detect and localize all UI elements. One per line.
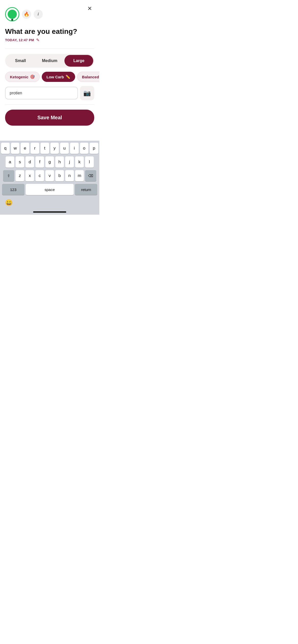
- key-o[interactable]: o: [80, 143, 89, 154]
- search-input[interactable]: [10, 91, 73, 95]
- key-m[interactable]: m: [75, 170, 84, 181]
- keyboard: q w e r t y u i o p a s d f g h j k l ⇧ …: [0, 141, 99, 215]
- screen: ✕ 🔥 i What are you eating? TODAY, 12:47 …: [0, 0, 99, 215]
- key-b[interactable]: b: [55, 170, 64, 181]
- keto-icon: 🎯: [30, 75, 35, 79]
- close-button[interactable]: ✕: [85, 4, 94, 13]
- emoji-button[interactable]: 😀: [5, 199, 13, 206]
- home-indicator: [33, 211, 66, 213]
- keyboard-row-1: q w e r t y u i o p: [1, 143, 98, 154]
- lowcarb-label: Low Carb: [47, 75, 64, 79]
- key-u[interactable]: u: [60, 143, 69, 154]
- diet-selector: Ketogenic 🎯 Low Carb ✏️ Balanced 🎯: [0, 71, 99, 84]
- key-e[interactable]: e: [21, 143, 29, 154]
- size-selector: Small Medium Large: [5, 54, 94, 68]
- shift-key[interactable]: ⇧: [3, 170, 14, 181]
- avatar-dot: [11, 19, 13, 21]
- pencil-icon[interactable]: ✎: [36, 38, 39, 42]
- key-d[interactable]: d: [25, 156, 34, 168]
- diet-balanced-button[interactable]: Balanced 🎯: [77, 72, 99, 82]
- diet-lowcarb-button[interactable]: Low Carb ✏️: [42, 72, 75, 82]
- key-r[interactable]: r: [31, 143, 39, 154]
- header-area: ✕ 🔥 i: [0, 0, 99, 27]
- key-c[interactable]: c: [35, 170, 44, 181]
- info-badge[interactable]: i: [34, 10, 43, 19]
- info-icon: i: [38, 12, 39, 17]
- key-f[interactable]: f: [35, 156, 44, 168]
- return-key[interactable]: return: [75, 184, 97, 195]
- key-g[interactable]: g: [45, 156, 54, 168]
- key-p[interactable]: p: [90, 143, 98, 154]
- space-key[interactable]: space: [26, 184, 74, 195]
- camera-button[interactable]: 📷: [80, 86, 94, 100]
- key-s[interactable]: s: [16, 156, 24, 168]
- profile-row: 🔥 i: [5, 7, 94, 21]
- flame-badge[interactable]: 🔥: [22, 10, 31, 19]
- key-j[interactable]: j: [65, 156, 74, 168]
- page-title: What are you eating?: [0, 27, 99, 36]
- balanced-label: Balanced: [82, 75, 99, 79]
- key-l[interactable]: l: [85, 156, 94, 168]
- avatar[interactable]: [5, 7, 19, 21]
- size-large-button[interactable]: Large: [64, 55, 93, 67]
- keyboard-row-2: a s d f g h j k l: [1, 156, 98, 168]
- search-area: 📷: [0, 84, 99, 102]
- key-w[interactable]: w: [11, 143, 20, 154]
- keyboard-row-4: 123 space return: [1, 184, 98, 195]
- search-input-container[interactable]: [5, 87, 78, 99]
- keto-label: Ketogenic: [10, 75, 29, 79]
- numbers-key[interactable]: 123: [2, 184, 24, 195]
- keyboard-row-3: ⇧ z x c v b n m ⌫: [1, 170, 98, 181]
- flame-icon: 🔥: [24, 11, 29, 17]
- date-row: TODAY, 12:47 PM ✎: [0, 38, 99, 42]
- size-small-button[interactable]: Small: [6, 55, 35, 67]
- key-i[interactable]: i: [70, 143, 79, 154]
- key-q[interactable]: q: [1, 143, 10, 154]
- avatar-inner: [8, 10, 17, 19]
- bottom-divider: [5, 104, 94, 105]
- key-t[interactable]: t: [40, 143, 49, 154]
- save-meal-button[interactable]: Save Meal: [5, 110, 94, 126]
- lowcarb-icon: ✏️: [65, 75, 70, 79]
- key-y[interactable]: y: [50, 143, 59, 154]
- key-k[interactable]: k: [75, 156, 84, 168]
- close-icon: ✕: [87, 5, 92, 12]
- key-z[interactable]: z: [16, 170, 24, 181]
- size-medium-button[interactable]: Medium: [35, 55, 64, 67]
- key-h[interactable]: h: [55, 156, 64, 168]
- date-text: TODAY, 12:47 PM: [5, 38, 34, 42]
- key-a[interactable]: a: [6, 156, 14, 168]
- emoji-bar: 😀: [1, 197, 98, 211]
- backspace-key[interactable]: ⌫: [85, 170, 96, 181]
- key-v[interactable]: v: [45, 170, 54, 181]
- key-n[interactable]: n: [65, 170, 74, 181]
- key-x[interactable]: x: [25, 170, 34, 181]
- top-divider: [5, 49, 94, 49]
- camera-icon: 📷: [83, 90, 91, 97]
- diet-ketogenic-button[interactable]: Ketogenic 🎯: [5, 72, 40, 82]
